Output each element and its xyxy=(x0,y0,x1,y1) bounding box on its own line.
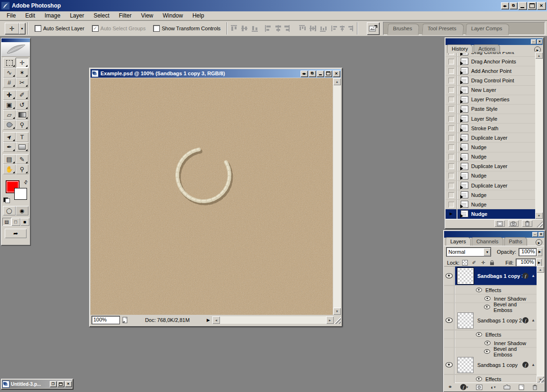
history-item[interactable]: ▶ Stroke Path xyxy=(446,124,535,133)
collapse-effects-icon[interactable]: ▲ xyxy=(531,363,535,367)
history-source-well[interactable]: ▶ xyxy=(446,209,457,218)
history-item[interactable]: ▶ Paste Style xyxy=(446,105,535,114)
full-screen-menubar-icon[interactable]: □ xyxy=(11,218,20,226)
standard-mode-icon[interactable]: ◯ xyxy=(3,206,16,215)
new-layer-icon[interactable] xyxy=(519,384,524,390)
close-button[interactable]: ✕ xyxy=(537,2,546,9)
menu-item[interactable]: File xyxy=(2,11,20,20)
history-source-well[interactable]: ▶ xyxy=(446,105,457,114)
history-source-well[interactable]: ▶ xyxy=(446,114,457,123)
history-source-well[interactable]: ▶ xyxy=(446,86,457,95)
layer-style-f-icon[interactable]: f xyxy=(522,317,529,323)
palette-close-icon[interactable]: ✕ xyxy=(537,39,542,44)
menu-item[interactable]: Edit xyxy=(20,11,40,20)
palette-tab[interactable]: Layers xyxy=(446,237,471,246)
lock-position-icon[interactable]: ✛ xyxy=(480,259,486,266)
scroll-up-icon[interactable]: ▲ xyxy=(333,78,341,85)
history-item[interactable]: ▶ New Layer xyxy=(446,86,535,95)
eye-icon[interactable] xyxy=(484,341,491,345)
zoom-input[interactable]: 100% xyxy=(91,316,120,324)
palette-menu-icon[interactable]: ▶ xyxy=(536,239,542,246)
slice-tool[interactable]: ✂ xyxy=(16,78,28,88)
new-layer-set-icon[interactable] xyxy=(503,384,511,390)
type-tool[interactable]: T xyxy=(16,132,28,142)
lock-transparency-icon[interactable] xyxy=(462,259,468,266)
layer-thumbnail[interactable] xyxy=(457,268,474,284)
eye-icon[interactable] xyxy=(476,377,482,381)
lasso-tool[interactable]: ∿ xyxy=(3,68,16,78)
scroll-up-icon[interactable]: ▲ xyxy=(537,266,544,273)
status-popup-arrow-icon[interactable]: ▶ xyxy=(205,317,211,324)
history-item[interactable]: ▶ Nudge xyxy=(446,190,535,200)
eye-icon[interactable] xyxy=(446,318,453,323)
clone-stamp-tool[interactable]: ▣ xyxy=(3,100,16,110)
history-item[interactable]: ▶ Duplicate Layer xyxy=(446,162,535,171)
path-selection-tool[interactable]: ➤ xyxy=(3,132,16,142)
menu-item[interactable]: Filter xyxy=(114,11,137,20)
options-checkbox[interactable]: ✓ Auto Select Groups xyxy=(92,25,146,32)
brush-tool[interactable]: ✐ xyxy=(16,90,28,100)
layer-row[interactable]: Sandbags 1 copy 2 f ▲ xyxy=(444,311,537,330)
doc-size-status[interactable]: Doc: 768,0K/2,81M xyxy=(129,317,205,323)
collapse-effects-icon[interactable]: ▲ xyxy=(531,274,535,278)
history-item[interactable]: ▶ Drag Anchor Points xyxy=(446,57,535,66)
options-checkbox[interactable]: ✓ Auto Select Layer xyxy=(35,25,84,32)
restore-window-arrow-icon[interactable]: ⧉ xyxy=(309,71,316,77)
effects-row[interactable]: Effects xyxy=(444,330,537,339)
visibility-column[interactable] xyxy=(444,267,455,285)
full-screen-icon[interactable]: ■ xyxy=(20,218,29,226)
history-item[interactable]: ▶ Layer Properties xyxy=(446,95,535,105)
checkbox-box-icon[interactable]: ✓ xyxy=(153,25,160,32)
chevron-down-icon[interactable]: ▼ xyxy=(483,248,491,256)
palette-minimize-icon[interactable]: ─ xyxy=(531,39,536,44)
history-item[interactable]: ▶ Nudge xyxy=(446,152,535,162)
scroll-down-icon[interactable]: ▼ xyxy=(333,308,341,315)
vertical-scrollbar[interactable]: ▲ ▼ xyxy=(333,78,341,315)
menu-item[interactable]: View xyxy=(136,11,158,20)
history-source-well[interactable]: ▶ xyxy=(446,190,457,199)
options-checkbox[interactable]: ✓ Show Transform Controls xyxy=(153,25,220,32)
history-item[interactable]: ▶ Drag Control Point xyxy=(446,76,535,85)
eye-icon[interactable] xyxy=(476,332,482,337)
history-item[interactable]: ▶ Duplicate Layer xyxy=(446,181,535,190)
palette-well-tab[interactable]: Layer Comps xyxy=(465,24,510,35)
history-item[interactable]: ▶ Nudge xyxy=(446,171,535,181)
history-item[interactable]: ▶ Layer Style xyxy=(446,114,535,124)
eye-icon[interactable] xyxy=(484,349,490,354)
palette-tab[interactable]: Channels xyxy=(472,237,503,246)
layer-thumbnail[interactable] xyxy=(457,357,474,373)
scroll-up-icon[interactable]: ▲ xyxy=(535,52,543,59)
default-colors-icon[interactable] xyxy=(3,197,10,203)
effects-row[interactable]: Effects xyxy=(444,374,537,383)
effect-row[interactable]: Bevel and Emboss xyxy=(444,347,537,356)
history-brush-tool[interactable]: ↺ xyxy=(16,100,28,110)
hand-tool[interactable]: ✋ xyxy=(3,164,16,174)
menu-item[interactable]: Select xyxy=(89,11,114,20)
layers-palette-titlebar[interactable]: ─ ✕ xyxy=(444,231,544,238)
blend-mode-select[interactable]: Normal ▼ xyxy=(446,247,491,257)
new-document-from-state-icon[interactable] xyxy=(494,220,505,227)
effect-row[interactable]: Bevel and Emboss xyxy=(444,303,537,311)
align-distribute-buttons[interactable] xyxy=(230,24,357,33)
history-item[interactable]: ▶ Duplicate Layer xyxy=(446,133,535,143)
zoom-tool[interactable]: ⚲ xyxy=(16,164,28,174)
new-snapshot-camera-icon[interactable] xyxy=(508,220,519,227)
move-tool[interactable]: ✛ xyxy=(16,58,28,68)
palette-tab[interactable]: History xyxy=(447,45,473,53)
canvas[interactable] xyxy=(91,78,333,315)
history-item[interactable]: ▶ Nudge xyxy=(446,143,535,152)
blur-tool[interactable] xyxy=(3,120,16,130)
opacity-input[interactable]: 100% xyxy=(519,248,537,256)
pen-tool[interactable]: ✒ xyxy=(3,142,16,152)
doc-minimize-button[interactable] xyxy=(317,71,324,77)
eye-icon[interactable] xyxy=(446,273,453,278)
layer-thumbnail[interactable] xyxy=(457,312,474,329)
history-source-well[interactable]: ▶ xyxy=(446,66,457,75)
history-source-well[interactable]: ▶ xyxy=(446,124,457,133)
horizontal-scrollbar[interactable]: ◄ ► xyxy=(212,316,334,324)
palette-close-icon[interactable]: ✕ xyxy=(538,232,544,237)
notes-tool[interactable]: ▤ xyxy=(3,154,16,164)
eyedropper-tool[interactable]: ✎ xyxy=(16,154,28,164)
history-source-well[interactable]: ▶ xyxy=(446,76,457,85)
document-titlebar[interactable]: Example.psd @ 100% (Sandbags 1 copy 3, R… xyxy=(91,69,341,78)
